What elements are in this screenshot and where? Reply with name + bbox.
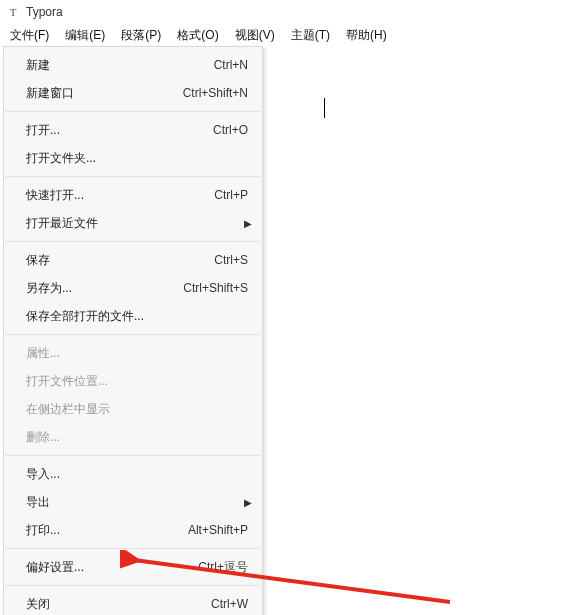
menu-label: 快速打开... [26,187,84,204]
menubar-item-theme[interactable]: 主题(T) [283,24,338,47]
menu-separator [5,241,261,242]
menu-label: 打开... [26,122,60,139]
menu-label: 导出 [26,494,50,511]
chevron-right-icon: ▶ [244,497,252,508]
menu-label: 偏好设置... [26,559,84,576]
chevron-right-icon: ▶ [244,218,252,229]
menu-shortcut: Alt+Shift+P [188,523,248,537]
menu-item-print[interactable]: 打印... Alt+Shift+P [4,516,262,544]
menu-separator [5,334,261,335]
menubar-item-view[interactable]: 视图(V) [227,24,283,47]
menu-label: 另存为... [26,280,72,297]
menu-separator [5,111,261,112]
menu-shortcut: Ctrl+S [214,253,248,267]
menubar: 文件(F) 编辑(E) 段落(P) 格式(O) 视图(V) 主题(T) 帮助(H… [0,24,568,46]
menubar-item-file[interactable]: 文件(F) [2,24,57,47]
editor-area[interactable] [280,60,568,615]
menu-item-new[interactable]: 新建 Ctrl+N [4,51,262,79]
menu-item-reveal-sidebar: 在侧边栏中显示 [4,395,262,423]
menu-item-import[interactable]: 导入... [4,460,262,488]
menu-label: 打印... [26,522,60,539]
menu-item-open-folder[interactable]: 打开文件夹... [4,144,262,172]
menu-separator [5,548,261,549]
menu-item-new-window[interactable]: 新建窗口 Ctrl+Shift+N [4,79,262,107]
menu-label: 保存 [26,252,50,269]
menu-label: 导入... [26,466,60,483]
menu-shortcut: Ctrl+逗号 [198,559,248,576]
menu-item-open[interactable]: 打开... Ctrl+O [4,116,262,144]
menu-item-preferences[interactable]: 偏好设置... Ctrl+逗号 [4,553,262,581]
menu-item-quick-open[interactable]: 快速打开... Ctrl+P [4,181,262,209]
menubar-item-para[interactable]: 段落(P) [113,24,169,47]
menu-item-open-location: 打开文件位置... [4,367,262,395]
menu-item-export[interactable]: 导出 ▶ [4,488,262,516]
menu-label: 删除... [26,429,60,446]
menu-separator [5,585,261,586]
menu-separator [5,455,261,456]
file-menu-dropdown: 新建 Ctrl+N 新建窗口 Ctrl+Shift+N 打开... Ctrl+O… [3,46,263,615]
menu-label: 属性... [26,345,60,362]
menu-label: 新建窗口 [26,85,74,102]
menu-item-delete: 删除... [4,423,262,451]
menu-item-save[interactable]: 保存 Ctrl+S [4,246,262,274]
menu-shortcut: Ctrl+W [211,597,248,611]
menubar-item-format[interactable]: 格式(O) [169,24,226,47]
menu-shortcut: Ctrl+Shift+N [183,86,248,100]
titlebar: T Typora [0,0,568,24]
menu-label: 保存全部打开的文件... [26,308,144,325]
menu-label: 打开文件位置... [26,373,108,390]
menu-item-save-all[interactable]: 保存全部打开的文件... [4,302,262,330]
menu-label: 在侧边栏中显示 [26,401,110,418]
menubar-item-help[interactable]: 帮助(H) [338,24,395,47]
menu-shortcut: Ctrl+P [214,188,248,202]
app-icon: T [6,5,20,19]
menu-label: 打开最近文件 [26,215,98,232]
menu-label: 关闭 [26,596,50,613]
menu-shortcut: Ctrl+O [213,123,248,137]
menu-item-properties: 属性... [4,339,262,367]
menu-label: 打开文件夹... [26,150,96,167]
menu-item-close[interactable]: 关闭 Ctrl+W [4,590,262,615]
menu-shortcut: Ctrl+Shift+S [183,281,248,295]
menubar-item-edit[interactable]: 编辑(E) [57,24,113,47]
text-cursor [324,98,325,118]
menu-label: 新建 [26,57,50,74]
menu-separator [5,176,261,177]
menu-shortcut: Ctrl+N [214,58,248,72]
app-title: Typora [26,5,63,19]
menu-item-save-as[interactable]: 另存为... Ctrl+Shift+S [4,274,262,302]
menu-item-open-recent[interactable]: 打开最近文件 ▶ [4,209,262,237]
